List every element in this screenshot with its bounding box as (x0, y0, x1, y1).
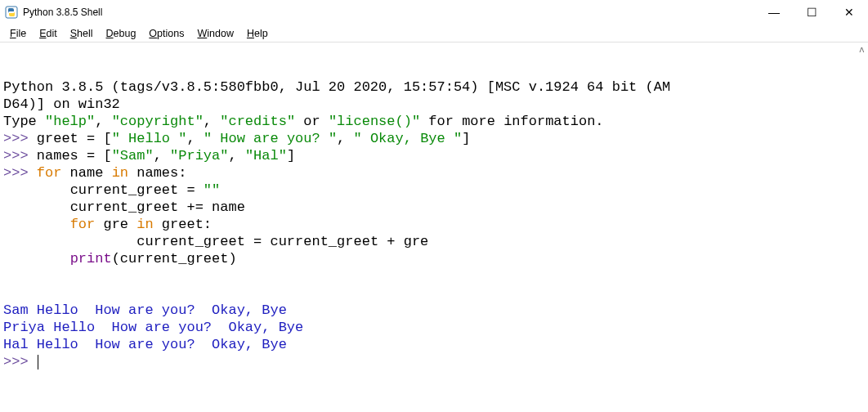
code-line: current_greet += name (3, 199, 245, 215)
prompt-line[interactable]: >>> (3, 354, 38, 369)
menu-help[interactable]: Help (240, 26, 275, 41)
code-line: print(current_greet) (3, 251, 237, 266)
help-line: Type "help", "copyright", "credits" or "… (3, 114, 604, 129)
output-line: Priya Hello How are you? Okay, Bye (3, 320, 311, 335)
menu-debug[interactable]: Debug (100, 26, 143, 41)
code-line: >>> greet = [" Hello ", " How are you? "… (3, 131, 470, 146)
code-line: current_greet = "" (3, 182, 220, 198)
menu-options[interactable]: Options (142, 26, 190, 41)
titlebar: Python 3.8.5 Shell — ☐ ✕ (0, 0, 868, 25)
blank-line (3, 285, 11, 301)
output-line: Sam Hello How are you? Okay, Bye (3, 302, 295, 318)
menu-edit[interactable]: Edit (33, 26, 64, 41)
menubar: File Edit Shell Debug Options Window Hel… (0, 25, 868, 43)
minimize-button[interactable]: — (755, 0, 793, 25)
banner-line: D64)] on win32 (3, 96, 120, 112)
output-line: Hal Hello How are you? Okay, Bye (3, 337, 295, 352)
menu-window[interactable]: Window (190, 26, 239, 41)
window-title: Python 3.8.5 Shell (23, 7, 102, 18)
window-controls: — ☐ ✕ (755, 0, 868, 25)
code-line: current_greet = current_greet + gre (3, 234, 428, 249)
blank-line (3, 268, 11, 284)
menu-shell[interactable]: Shell (64, 26, 100, 41)
python-icon (5, 6, 18, 19)
code-line: >>> names = ["Sam", "Priya", "Hal"] (3, 148, 295, 163)
code-line: for gre in greet: (3, 217, 212, 232)
code-line: >>> for name in names: (3, 165, 186, 181)
menu-file[interactable]: File (3, 26, 33, 41)
banner-line: Python 3.8.5 (tags/v3.8.5:580fbb0, Jul 2… (3, 79, 670, 95)
scroll-indicator-icon: ^ (859, 44, 865, 61)
shell-output[interactable]: ^ Python 3.8.5 (tags/v3.8.5:580fbb0, Jul… (0, 43, 868, 412)
close-button[interactable]: ✕ (830, 0, 868, 25)
maximize-button[interactable]: ☐ (793, 0, 830, 25)
text-cursor (38, 355, 38, 369)
